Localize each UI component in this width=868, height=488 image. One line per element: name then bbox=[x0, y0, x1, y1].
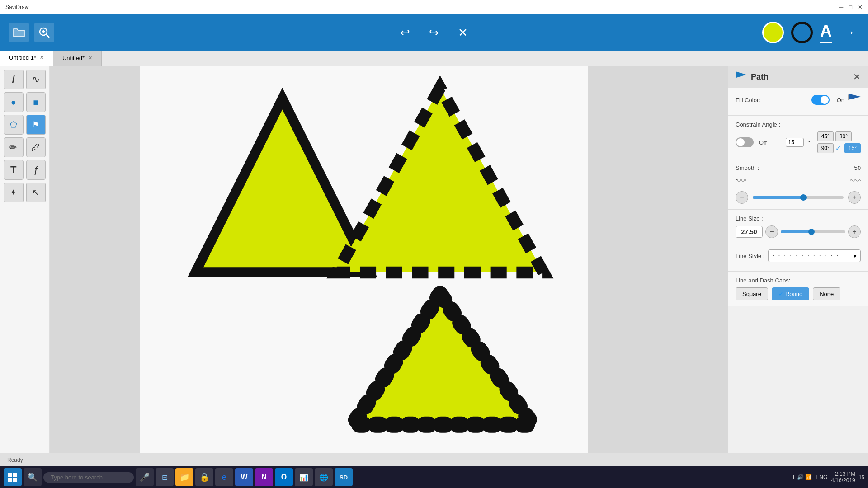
search-icon-btn[interactable]: 🔍 bbox=[24, 468, 42, 486]
caps-buttons-row: Square ✓Round None bbox=[736, 287, 861, 300]
fill-color-label: Fill Color: bbox=[736, 97, 760, 103]
caps-header-row: Line and Dash Caps: bbox=[736, 277, 861, 284]
tool-row-2: ● ■ bbox=[4, 92, 46, 112]
line-style-section: Line Style : · · · · · · · · · · · · ▾ bbox=[728, 244, 868, 272]
canvas-area[interactable]: 525, 460 bbox=[50, 66, 728, 487]
line-size-value[interactable]: 27.50 bbox=[736, 226, 763, 238]
line-size-label: Line Size : bbox=[736, 215, 763, 222]
status-bar: Ready bbox=[0, 453, 868, 466]
line-style-dropdown[interactable]: · · · · · · · · · · · · ▾ bbox=[768, 249, 861, 262]
taskbar-lock[interactable]: 🔒 bbox=[195, 468, 213, 486]
taskbar-notify-icons: ⬆ 🔊 📶 bbox=[791, 474, 812, 480]
angle-90-btn[interactable]: 90° bbox=[817, 143, 834, 153]
clear-button[interactable]: ✕ bbox=[453, 23, 473, 42]
line-size-increase-button[interactable]: + bbox=[848, 225, 861, 238]
fill-color-swatch[interactable] bbox=[848, 94, 861, 106]
taskbar-date: 4/16/2019 bbox=[831, 477, 855, 483]
smooth-slider-thumb[interactable] bbox=[800, 194, 807, 201]
pentagon-tool[interactable]: ⬠ bbox=[4, 115, 24, 135]
text-tool[interactable]: T bbox=[4, 160, 24, 180]
smooth-increase-button[interactable]: + bbox=[848, 191, 861, 204]
redo-button[interactable]: ↪ bbox=[424, 23, 444, 42]
taskbar-multitask[interactable]: ⊞ bbox=[156, 468, 174, 486]
constrain-toggle-knob bbox=[736, 138, 745, 146]
fill-color-toggle[interactable] bbox=[811, 95, 830, 105]
taskbar-language: ENG bbox=[816, 474, 827, 480]
constrain-angle-controls: Off ° 45° 30° 90° ✓ 15° bbox=[736, 131, 861, 153]
line-size-row: Line Size : bbox=[736, 215, 861, 222]
drawing-canvas[interactable] bbox=[140, 66, 588, 474]
line-size-slider-thumb[interactable] bbox=[808, 229, 815, 235]
taskbar-time: 2:13 PM bbox=[835, 471, 855, 477]
line-size-controls: 27.50 − + bbox=[736, 225, 861, 238]
tab-untitled2[interactable]: Untitled* ✕ bbox=[53, 51, 102, 66]
line-tool[interactable]: / bbox=[4, 70, 24, 89]
maximize-btn[interactable]: □ bbox=[849, 4, 852, 10]
constrain-angle-input[interactable] bbox=[786, 138, 804, 147]
fill-color-indicator[interactable] bbox=[762, 22, 784, 43]
taskbar-right: ⬆ 🔊 📶 ENG 2:13 PM 4/16/2019 15 bbox=[791, 471, 864, 483]
pencil-tool[interactable]: ✏ bbox=[4, 137, 24, 157]
tab-close-1[interactable]: ✕ bbox=[40, 55, 44, 61]
caps-section: Line and Dash Caps: Square ✓Round None bbox=[728, 272, 868, 306]
taskbar-app7[interactable]: 📊 bbox=[295, 468, 313, 486]
stroke-color-indicator[interactable] bbox=[791, 22, 813, 43]
line-size-slider-track[interactable] bbox=[781, 230, 845, 233]
line-style-preview: · · · · · · · · · · · · bbox=[772, 252, 839, 260]
taskbar-onenote[interactable]: N bbox=[255, 468, 273, 486]
taskbar-ie[interactable]: e bbox=[215, 468, 233, 486]
svg-line-1 bbox=[46, 34, 49, 38]
triangle-dashed[interactable] bbox=[337, 88, 543, 272]
angle-30-btn[interactable]: 30° bbox=[835, 131, 852, 141]
close-btn[interactable]: ✕ bbox=[858, 4, 863, 10]
line-style-label: Line Style : bbox=[736, 253, 764, 259]
fill-color-section: Fill Color: On bbox=[728, 88, 868, 116]
angle-45-btn[interactable]: 45° bbox=[817, 131, 834, 141]
taskbar-outlook[interactable]: O bbox=[275, 468, 293, 486]
smooth-slider-track[interactable] bbox=[753, 196, 844, 199]
app-title: SaviDraw bbox=[5, 4, 28, 10]
smooth-slider-row: − + bbox=[736, 191, 861, 204]
smooth-decrease-button[interactable]: − bbox=[736, 191, 748, 204]
marker-tool[interactable]: 🖊 bbox=[26, 137, 46, 157]
triangle-dotted[interactable] bbox=[353, 294, 533, 425]
open-folder-button[interactable] bbox=[9, 23, 29, 42]
toolbar-right: A → bbox=[762, 22, 859, 43]
round-cap-button[interactable]: ✓Round bbox=[772, 287, 809, 300]
angle-15-btn[interactable]: 15° bbox=[844, 143, 861, 153]
zoom-button[interactable] bbox=[34, 23, 54, 42]
toolbar-center: ↩ ↪ ✕ bbox=[395, 23, 473, 42]
taskbar-app8[interactable]: 🌐 bbox=[315, 468, 333, 486]
undo-button[interactable]: ↩ bbox=[395, 23, 415, 42]
taskbar-word[interactable]: W bbox=[235, 468, 253, 486]
none-cap-button[interactable]: None bbox=[813, 287, 840, 300]
forward-button[interactable]: → bbox=[839, 23, 859, 42]
tool-row-3: ⬠ ⚑ bbox=[4, 115, 46, 135]
path-tool[interactable]: ⚑ bbox=[26, 115, 46, 135]
minimize-btn[interactable]: ─ bbox=[839, 4, 843, 10]
taskbar-search-input[interactable] bbox=[43, 472, 134, 483]
ellipse-tool[interactable]: ● bbox=[4, 92, 24, 112]
title-bar: SaviDraw ─ □ ✕ bbox=[0, 0, 868, 14]
panel-close-button[interactable]: ✕ bbox=[853, 71, 861, 82]
dropdown-arrow: ▾ bbox=[854, 253, 857, 259]
square-cap-button[interactable]: Square bbox=[736, 287, 768, 300]
triangle-solid[interactable] bbox=[195, 99, 369, 272]
taskbar-explorer[interactable]: 📁 bbox=[175, 468, 193, 486]
mic-button[interactable]: 🎤 bbox=[136, 468, 154, 486]
rect-tool[interactable]: ■ bbox=[26, 92, 46, 112]
text-fancy-tool[interactable]: ƒ bbox=[26, 160, 46, 180]
constrain-angle-toggle[interactable] bbox=[736, 137, 754, 147]
transform-tool[interactable]: ✦ bbox=[4, 183, 24, 202]
start-button[interactable] bbox=[4, 468, 22, 486]
line-size-decrease-button[interactable]: − bbox=[765, 225, 778, 238]
panel-title: Path bbox=[751, 72, 769, 82]
round-check-icon: ✓ bbox=[778, 291, 783, 297]
tab-untitled1[interactable]: Untitled 1* ✕ bbox=[0, 51, 53, 66]
curve-tool[interactable]: ∿ bbox=[26, 70, 46, 89]
taskbar-savidraw[interactable]: SD bbox=[335, 468, 353, 486]
taskbar-clock: 2:13 PM 4/16/2019 bbox=[831, 471, 855, 483]
tab-close-2[interactable]: ✕ bbox=[88, 55, 92, 61]
select-tool[interactable]: ↖ bbox=[26, 183, 46, 202]
text-color-indicator[interactable]: A bbox=[820, 22, 832, 43]
